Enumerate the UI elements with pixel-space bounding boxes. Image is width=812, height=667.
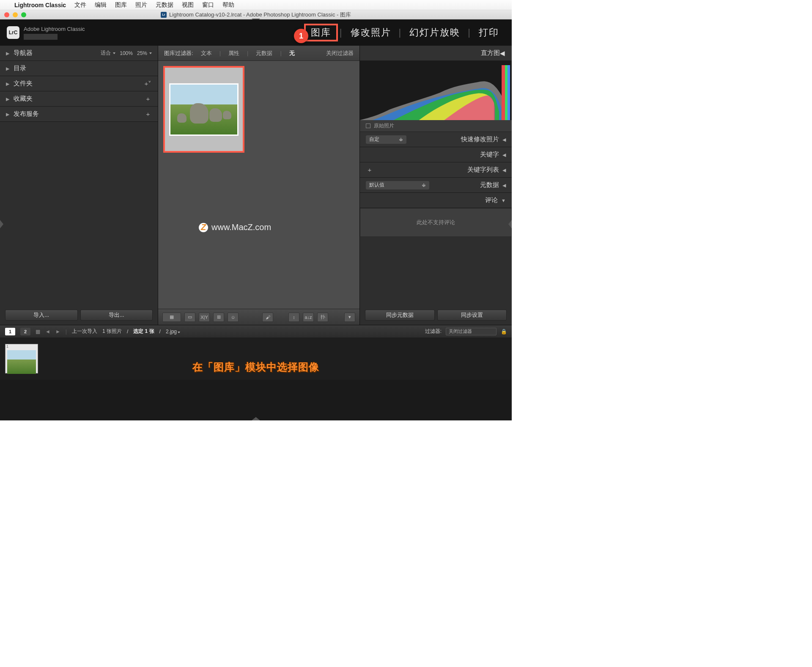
breadcrumb-source[interactable]: 上一次导入 [72, 328, 97, 335]
menu-library[interactable]: 图库 [115, 1, 127, 9]
panel-navigator[interactable]: ▶导航器 适合 100% 25% [0, 46, 158, 61]
disclosure-icon: ▶ [6, 96, 9, 102]
watermark: Z www.MacZ.com [199, 222, 271, 232]
sync-settings-button[interactable]: 同步设置 [437, 310, 507, 321]
right-panel-grip-icon[interactable] [508, 220, 512, 228]
disclosure-icon: ▶ [6, 66, 9, 71]
menu-view[interactable]: 视图 [182, 1, 194, 9]
grid-view[interactable] [158, 61, 359, 309]
sync-metadata-button[interactable]: 同步元数据 [365, 310, 435, 321]
grid-toolbar: ▦ ▭ X|Y ⊞ ☺ 🖌 ↕ a↓z 扑 ▾ [158, 309, 359, 325]
toolbar-expand-icon[interactable]: ▾ [344, 313, 355, 322]
center-area: 图库过滤器: 文本 | 属性 | 元数据 | 无 关闭过滤器 [158, 46, 359, 325]
add-collection-icon[interactable]: + [144, 95, 152, 103]
close-icon[interactable] [4, 12, 9, 17]
panel-collections[interactable]: ▶收藏夹 + [0, 91, 158, 107]
sort-direction-icon[interactable]: ↕ [288, 313, 299, 322]
second-window-button[interactable]: 2 [20, 328, 30, 335]
panel-quick-develop[interactable]: 自定≑ 快速修改照片◀ [360, 132, 512, 147]
filter-none[interactable]: 无 [289, 49, 295, 57]
menu-edit[interactable]: 编辑 [95, 1, 107, 9]
macos-menubar: Lightroom Classic 文件 编辑 图库 照片 元数据 视图 窗口 … [0, 0, 512, 10]
go-forward-icon[interactable]: ► [55, 329, 60, 335]
library-filter-bar: 图库过滤器: 文本 | 属性 | 元数据 | 无 关闭过滤器 [158, 46, 359, 61]
module-develop[interactable]: 修改照片 [345, 24, 397, 41]
sort-order-icon[interactable]: a↓z [303, 313, 314, 322]
sort-field[interactable]: 扑 [317, 313, 328, 322]
filmstrip-filter-select[interactable]: 关闭过滤器 [446, 328, 497, 335]
filmstrip-thumbnail[interactable]: 1 [5, 344, 38, 373]
zoom-25[interactable]: 25% [137, 49, 152, 57]
menu-help[interactable]: 帮助 [222, 1, 234, 9]
loupe-view-icon[interactable]: ▭ [184, 313, 195, 322]
bottom-panel-grip-icon[interactable] [252, 417, 260, 420]
grid-view-icon[interactable]: ▦ [162, 313, 181, 322]
panel-comments[interactable]: 评论▼ [360, 193, 512, 208]
annotation-badge-1: 1 [294, 29, 308, 43]
window-title: Lr Lightroom Catalog-v10-2.lrcat - Adobe… [161, 11, 351, 19]
zoom-100[interactable]: 100% [120, 49, 133, 57]
minimize-icon[interactable] [13, 12, 18, 17]
filter-off[interactable]: 关闭过滤器 [326, 49, 354, 57]
panel-keywording[interactable]: 关键字◀ [360, 147, 512, 162]
module-slideshow[interactable]: 幻灯片放映 [403, 24, 466, 41]
zoom-icon[interactable] [21, 12, 26, 17]
quickdev-preset-select[interactable]: 自定≑ [366, 135, 406, 144]
breadcrumb-filename[interactable]: 2.jpg [166, 329, 180, 335]
panel-metadata[interactable]: 默认值≑ 元数据◀ [360, 178, 512, 193]
checkbox-icon[interactable] [366, 124, 370, 128]
module-library[interactable]: 图库 [304, 24, 338, 41]
menu-file[interactable]: 文件 [74, 1, 86, 9]
app-name[interactable]: Lightroom Classic [14, 2, 66, 8]
filter-metadata[interactable]: 元数据 [256, 49, 272, 57]
watermark-icon: Z [199, 223, 208, 232]
main-window-button[interactable]: 1 [5, 328, 15, 335]
zoom-fit[interactable]: 适合 [101, 49, 115, 57]
original-photo-row[interactable]: 原始照片 [360, 120, 512, 132]
app-frame: LrC Adobe Lightroom Classic 图库 | 修改照片 | … [0, 19, 512, 420]
left-panel: ▶导航器 适合 100% 25% ▶目录 ▶文件夹 +˅ ▶收藏夹 + ▶发布服… [0, 46, 158, 325]
filter-lock-icon[interactable]: 🔒 [501, 329, 507, 335]
panel-publish[interactable]: ▶发布服务 + [0, 107, 158, 122]
go-back-icon[interactable]: ◄ [45, 329, 50, 335]
filter-attribute[interactable]: 属性 [228, 49, 239, 57]
histogram[interactable] [360, 61, 512, 120]
survey-view-icon[interactable]: ⊞ [213, 313, 224, 322]
panel-catalog[interactable]: ▶目录 [0, 61, 158, 76]
menu-metadata[interactable]: 元数据 [156, 1, 173, 9]
right-panel: 直方图◀ 原始照片 自定≑ 快速修改照 [359, 46, 512, 325]
people-view-icon[interactable]: ☺ [228, 313, 239, 322]
disclosure-icon: ▶ [6, 51, 9, 56]
panel-keyword-list[interactable]: + 关键字列表◀ [360, 162, 512, 178]
filmstrip-photo [7, 350, 36, 374]
identity-plate[interactable] [24, 34, 58, 40]
panel-histogram-header[interactable]: 直方图◀ [360, 46, 512, 61]
grid-shortcut-icon[interactable]: ▦ [36, 329, 40, 335]
disclosure-icon: ▶ [6, 112, 9, 117]
comments-empty: 此处不支持评论 [360, 208, 512, 237]
import-button[interactable]: 导入... [5, 310, 78, 321]
photo-thumbnail [170, 85, 237, 134]
window-title-text: Lightroom Catalog-v10-2.lrcat - Adobe Ph… [169, 11, 351, 19]
painter-icon[interactable]: 🖌 [262, 313, 273, 322]
filter-text[interactable]: 文本 [201, 49, 212, 57]
left-panel-grip-icon[interactable] [0, 220, 3, 228]
header-subtitle: Adobe Lightroom Classic [24, 26, 85, 32]
metadata-preset-select[interactable]: 默认值≑ [366, 181, 429, 189]
filmstrip[interactable]: 1 在「图库」模块中选择图像 [0, 338, 512, 380]
add-folder-icon[interactable]: +˅ [144, 80, 152, 88]
menu-window[interactable]: 窗口 [202, 1, 214, 9]
traffic-lights [4, 12, 26, 17]
svg-rect-2 [508, 65, 510, 120]
module-print[interactable]: 打印 [473, 24, 505, 41]
add-publish-icon[interactable]: + [144, 110, 152, 118]
menu-photo[interactable]: 照片 [135, 1, 147, 9]
window-titlebar: Lr Lightroom Catalog-v10-2.lrcat - Adobe… [0, 10, 512, 19]
compare-view-icon[interactable]: X|Y [199, 313, 210, 322]
panel-folders[interactable]: ▶文件夹 +˅ [0, 76, 158, 91]
add-keyword-icon[interactable]: + [366, 166, 373, 174]
tutorial-caption: 在「图库」模块中选择图像 [192, 360, 319, 374]
export-button[interactable]: 导出... [80, 310, 153, 321]
thumbnail-selected[interactable] [163, 66, 244, 153]
filmstrip-filter-label: 过滤器: [425, 328, 442, 335]
